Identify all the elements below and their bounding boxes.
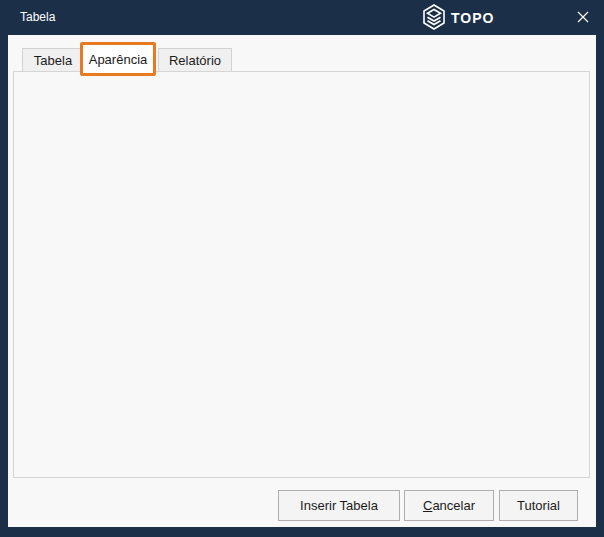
cancelar-button[interactable]: Cancelar bbox=[404, 490, 494, 521]
tutorial-button[interactable]: Tutorial bbox=[499, 490, 578, 521]
tab-panel-aparencia bbox=[13, 71, 590, 478]
tab-relatorio[interactable]: Relatório bbox=[158, 48, 232, 72]
tab-tabela-label: Tabela bbox=[34, 53, 72, 68]
dialog-content: Tabela Aparência Relatório Cabeçalho / R… bbox=[8, 35, 596, 527]
dialog-window: Tabela TOPO Tabela Aparência bbox=[0, 0, 604, 537]
inserir-tabela-button[interactable]: Inserir Tabela bbox=[278, 490, 400, 521]
cancelar-label-initial: C bbox=[423, 498, 432, 513]
topo-logo-icon bbox=[422, 4, 446, 33]
cancelar-label-rest: ancelar bbox=[432, 498, 475, 513]
window-title: Tabela bbox=[20, 0, 55, 35]
tab-tabela[interactable]: Tabela bbox=[22, 48, 84, 72]
brand-name: TOPO bbox=[451, 10, 494, 26]
title-bar: Tabela TOPO bbox=[0, 0, 604, 35]
brand: TOPO bbox=[422, 4, 494, 32]
tab-aparencia-label: Aparência bbox=[89, 52, 148, 67]
tab-relatorio-label: Relatório bbox=[169, 53, 221, 68]
tutorial-label: Tutorial bbox=[517, 498, 560, 513]
inserir-tabela-label: Inserir Tabela bbox=[300, 498, 378, 513]
close-icon[interactable] bbox=[574, 8, 592, 26]
tab-aparencia[interactable]: Aparência bbox=[80, 42, 156, 76]
